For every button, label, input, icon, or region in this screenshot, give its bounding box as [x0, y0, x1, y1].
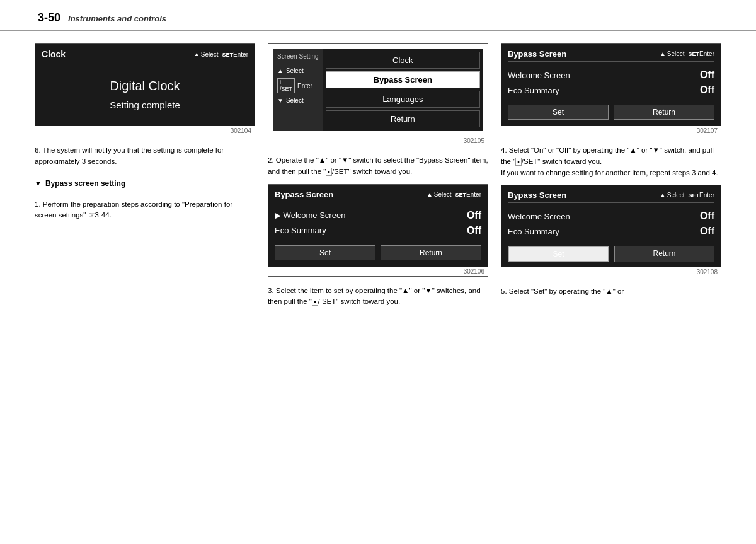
up-arrow-3: ▲ — [427, 191, 433, 198]
bypass-header-4: Bypass Screen ▲ Select SETEnter — [508, 190, 714, 203]
menu-left-item-2: i/SET Enter — [277, 78, 319, 93]
screen-code-4: 302107 — [501, 126, 721, 136]
eco-value-2: Off — [467, 225, 481, 236]
info-icon: i/SET — [277, 78, 295, 93]
bypass-row-welcome-3: Welcome Screen Off — [508, 69, 714, 81]
menu-right: Clock Bypass Screen Languages Return — [323, 49, 483, 131]
caption-2: 1. Perform the preparation steps accordi… — [35, 199, 255, 222]
set-enter-4: SETEnter — [689, 192, 714, 199]
set-btn-3[interactable]: Set — [508, 105, 609, 120]
menu-item-clock: Clock — [326, 52, 480, 69]
screen-box-2: Screen Setting ▲ Select i/SET Enter ▼ Se… — [268, 43, 488, 146]
welcome-label-4: Welcome Screen — [508, 212, 570, 221]
bypass-footer-4: Set Return — [508, 246, 714, 262]
set-btn-2[interactable]: Set — [275, 245, 375, 260]
set-enter-3: SETEnter — [689, 50, 714, 57]
screen-code-5: 302108 — [501, 267, 721, 277]
welcome-value-3: Off — [700, 69, 714, 81]
clock-controls: ▲ Select SETEnter — [194, 51, 248, 58]
screen-code-1: 302104 — [35, 126, 255, 136]
welcome-value-2: Off — [467, 210, 481, 221]
bypass-footer-3: Set Return — [508, 105, 714, 120]
column-2: Screen Setting ▲ Select i/SET Enter ▼ Se… — [268, 43, 488, 308]
page-title: Instruments and controls — [68, 14, 166, 23]
caption-col3-1: 4. Select "On" or "Off" by operating the… — [501, 145, 721, 178]
clock-body: Digital Clock Setting complete — [42, 67, 248, 121]
up-arrow-icon-2: ▲ — [277, 67, 284, 74]
select-label-5: Select — [667, 192, 685, 199]
bypass-row-welcome-2: ▶ Welcome Screen Off — [275, 210, 481, 221]
screen-box-5: Bypass Screen ▲ Select SETEnter Welcome … — [501, 185, 721, 277]
select-label-2: Select — [286, 97, 304, 104]
screen-code-2: 302105 — [268, 136, 488, 146]
set-btn-4[interactable]: Set — [508, 246, 609, 262]
select-label-1: Select — [286, 67, 304, 74]
bypass-header-3: Bypass Screen ▲ Select SETEnter — [508, 49, 714, 62]
down-arrow-icon: ▼ — [277, 97, 284, 104]
clock-title: Clock — [42, 49, 66, 59]
bypass-footer-2: Set Return — [275, 245, 481, 260]
menu-left-item-1: ▲ Select — [277, 67, 319, 74]
return-btn-3[interactable]: Return — [614, 105, 714, 120]
bypass-rows-3: Welcome Screen Off Eco Summary Off — [508, 67, 714, 98]
eco-label-4: Eco Summary — [508, 227, 559, 236]
screen-setting-title: Screen Setting — [277, 53, 319, 62]
menu-item-languages: Languages — [326, 91, 480, 108]
menu-left-item-3: ▼ Select — [277, 97, 319, 104]
eco-label-3: Eco Summary — [508, 86, 559, 95]
caption-col3-2: 5. Select "Set" by operating the "▲" or — [501, 286, 721, 298]
caption-col2-2: 3. Select the item to set by operating t… — [268, 286, 488, 308]
triangle-icon: ▼ — [35, 180, 42, 187]
section-heading: ▼ Bypass screen setting — [35, 179, 255, 188]
screen-box-4: Bypass Screen ▲ Select SETEnter Welcome … — [501, 43, 721, 136]
clock-screen: Clock ▲ Select SETEnter Digital Clock Se… — [35, 44, 255, 126]
bypass-screen-4: Bypass Screen ▲ Select SETEnter Welcome … — [501, 185, 721, 267]
welcome-label-3: Welcome Screen — [508, 71, 570, 80]
screen-code-3: 302106 — [268, 267, 488, 276]
section-title: Bypass screen setting — [45, 179, 125, 188]
bypass-screen-2: Bypass Screen ▲ Select SETEnter ▶ Welcom… — [268, 185, 488, 267]
setting-complete-label: Setting complete — [110, 100, 180, 110]
menu-item-bypass: Bypass Screen — [326, 71, 480, 88]
bypass-controls-4: ▲ Select SETEnter — [660, 192, 714, 199]
return-btn-4[interactable]: Return — [614, 246, 714, 262]
digital-clock-label: Digital Clock — [110, 79, 180, 93]
select-label: Select — [201, 51, 219, 58]
bypass-header-2: Bypass Screen ▲ Select SETEnter — [275, 190, 481, 202]
column-1: Clock ▲ Select SETEnter Digital Clock Se… — [35, 43, 255, 308]
bypass-title-4: Bypass Screen — [508, 190, 566, 200]
bypass-row-welcome-4: Welcome Screen Off — [508, 211, 714, 222]
column-3: Bypass Screen ▲ Select SETEnter Welcome … — [501, 43, 721, 308]
menu-screen: Screen Setting ▲ Select i/SET Enter ▼ Se… — [273, 49, 483, 131]
eco-value-4: Off — [700, 226, 714, 237]
set-label: SETEnter — [222, 51, 248, 58]
up-arrow-4: ▲ — [660, 50, 666, 57]
up-arrow-5: ▲ — [660, 192, 666, 199]
bypass-screen-3: Bypass Screen ▲ Select SETEnter Welcome … — [501, 44, 721, 126]
return-btn-2[interactable]: Return — [381, 245, 481, 260]
select-label-3: Select — [434, 191, 452, 198]
bypass-row-eco-3: Eco Summary Off — [508, 84, 714, 96]
bypass-title-2: Bypass Screen — [275, 190, 333, 199]
page-header: 3-50 Instruments and controls — [0, 0, 756, 31]
eco-label-2: Eco Summary — [275, 226, 326, 235]
bypass-rows-4: Welcome Screen Off Eco Summary Off — [508, 208, 714, 240]
up-arrow-icon: ▲ — [194, 51, 200, 57]
bypass-row-eco-4: Eco Summary Off — [508, 226, 714, 237]
bypass-controls-3: ▲ Select SETEnter — [660, 50, 714, 57]
caption-col2-1: 2. Operate the "▲" or "▼" switch to sele… — [268, 155, 488, 178]
bypass-rows-2: ▶ Welcome Screen Off Eco Summary Off — [275, 207, 481, 239]
screen-box-3: Bypass Screen ▲ Select SETEnter ▶ Welcom… — [268, 184, 488, 277]
page-number: 3-50 — [38, 11, 60, 25]
caption-1: 6. The system will notify you that the s… — [35, 145, 255, 168]
bypass-row-eco-2: Eco Summary Off — [275, 225, 481, 236]
bypass-controls-2: ▲ Select SETEnter — [427, 191, 481, 198]
menu-left: Screen Setting ▲ Select i/SET Enter ▼ Se… — [273, 49, 323, 131]
bypass-title-3: Bypass Screen — [508, 49, 566, 59]
screen-box-1: Clock ▲ Select SETEnter Digital Clock Se… — [35, 43, 255, 136]
enter-label: Enter — [297, 83, 312, 90]
content-area: Clock ▲ Select SETEnter Digital Clock Se… — [0, 31, 756, 320]
welcome-label-2: ▶ Welcome Screen — [275, 211, 345, 220]
select-label-4: Select — [667, 50, 685, 57]
clock-header: Clock ▲ Select SETEnter — [42, 49, 248, 62]
